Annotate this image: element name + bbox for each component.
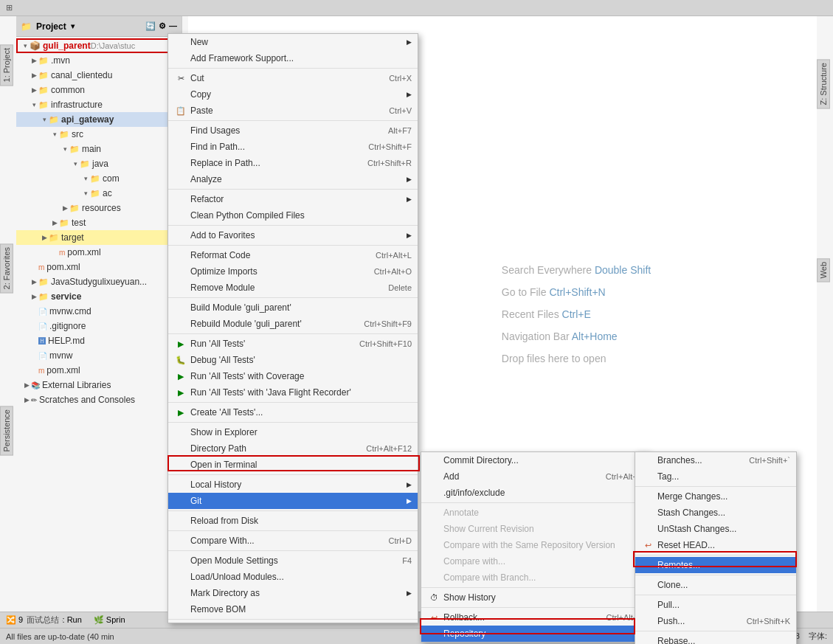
tree-scratches[interactable]: ▶ ✏ Scratches and Consoles <box>16 392 182 407</box>
tree-java[interactable]: ▾ 📁 java <box>16 156 182 171</box>
project-tab[interactable]: 1: Project <box>0 44 13 86</box>
tree-common[interactable]: ▶ 📁 common <box>16 83 182 97</box>
menu-mark-directory[interactable]: Mark Directory as ▶ <box>168 585 418 601</box>
ops-stash[interactable]: Stash Changes... <box>635 505 796 521</box>
ops-merge[interactable]: Merge Changes... <box>635 488 796 505</box>
git-show-history[interactable]: ⏱ Show History <box>421 589 649 606</box>
git-repository[interactable]: Repository ▶ <box>421 626 649 642</box>
ops-push[interactable]: Push... Ctrl+Shift+K <box>635 613 796 629</box>
menu-copy[interactable]: Copy ▶ <box>168 86 418 103</box>
git-info-exclude[interactable]: .git/info/exclude <box>421 485 649 501</box>
menu-git[interactable]: Git ▶ <box>168 493 418 509</box>
menu-add-framework[interactable]: Add Framework Support... <box>168 50 418 66</box>
menu-clean-python[interactable]: Clean Python Compiled Files <box>168 207 418 224</box>
menu-add-favorites[interactable]: Add to Favorites ▶ <box>168 227 418 243</box>
tree-gitignore[interactable]: 📄 .gitignore <box>16 319 182 333</box>
tree-main[interactable]: ▾ 📁 main <box>16 142 182 156</box>
tree-mvnw-cmd[interactable]: 📄 mvnw.cmd <box>16 304 182 319</box>
sep9 <box>168 422 418 423</box>
menu-replace-path[interactable]: Replace in Path... Ctrl+Shift+R <box>168 155 418 171</box>
ops-rebase[interactable]: Rebase... <box>635 633 796 644</box>
spring-tab[interactable]: 🌿 Sprin <box>94 615 125 625</box>
menu-local-history[interactable]: Local History ▶ <box>168 477 418 493</box>
menu-build-module[interactable]: Build Module 'guli_parent' <box>168 300 418 316</box>
tree-canal[interactable]: ▶ 📁 canal_clientedu <box>16 68 182 83</box>
tree-javastudy[interactable]: ▶ 📁 JavaStudygulixueyuan... <box>16 274 182 289</box>
menu-cut[interactable]: ✂ Cut Ctrl+X <box>168 70 418 86</box>
ops-pull[interactable]: Pull... <box>635 597 796 613</box>
sync-icon[interactable]: 🔄 <box>145 21 156 31</box>
menu-find-usages[interactable]: Find Usages Alt+F7 <box>168 122 418 139</box>
menu-create-tests[interactable]: ▶ Create 'All Tests'... <box>168 404 418 420</box>
tree-src[interactable]: ▾ 📁 src <box>16 127 182 142</box>
menu-run-coverage[interactable]: ▶ Run 'All Tests' with Coverage <box>168 368 418 384</box>
menu-open-terminal[interactable]: Open in Terminal <box>168 457 418 473</box>
persistence-tab[interactable]: Persistence <box>0 406 13 455</box>
favorites-tab[interactable]: 2: Favorites <box>0 243 13 293</box>
git-annotate[interactable]: Annotate <box>421 505 649 521</box>
tree-external-libs[interactable]: ▶ 📚 External Libraries <box>16 378 182 392</box>
menu-debug-tests[interactable]: 🐛 Debug 'All Tests' <box>168 352 418 368</box>
tree-api-gateway[interactable]: ▾ 📁 api_gateway <box>16 112 182 127</box>
menu-new[interactable]: New ▶ <box>168 34 418 50</box>
menu-run-tests[interactable]: ▶ Run 'All Tests' Ctrl+Shift+F10 <box>168 336 418 352</box>
project-dropdown[interactable]: ▾ <box>71 22 75 30</box>
tree-target[interactable]: ▶ 📁 target <box>16 230 182 245</box>
tree-pom3[interactable]: m pom.xml <box>16 363 182 378</box>
ops-tag[interactable]: Tag... <box>635 468 796 485</box>
menu-diagrams[interactable]: Diagrams ▶ <box>168 621 418 623</box>
ops-unstash[interactable]: UnStash Changes... <box>635 521 796 537</box>
mianshi-label[interactable]: 面试总结 <box>24 614 62 626</box>
tree-pom2[interactable]: m pom.xml <box>16 260 182 274</box>
git-compare-repo[interactable]: Compare with the Same Repository Version <box>421 537 649 553</box>
menu-analyze[interactable]: Analyze ▶ <box>168 171 418 187</box>
tree-ac[interactable]: ▾ 📁 ac <box>16 186 182 201</box>
tree-pom1[interactable]: m pom.xml <box>16 245 182 260</box>
menu-load-unload[interactable]: Load/Unload Modules... <box>168 569 418 585</box>
git-commit-dir[interactable]: Commit Directory... <box>421 452 649 468</box>
tree-help[interactable]: 🅷 HELP.md <box>16 333 182 348</box>
menu-reload-disk[interactable]: Reload from Disk <box>168 513 418 529</box>
menu-compare-with[interactable]: Compare With... Ctrl+D <box>168 533 418 549</box>
tree-com[interactable]: ▾ 📁 com <box>16 171 182 186</box>
config-icon[interactable]: ⚙ <box>159 21 166 31</box>
menu-rebuild-module[interactable]: Rebuild Module 'guli_parent' Ctrl+Shift+… <box>168 316 418 332</box>
menu-remove-module[interactable]: Remove Module Delete <box>168 280 418 296</box>
menu-open-module-settings[interactable]: Open Module Settings F4 <box>168 553 418 569</box>
flight-icon: ▶ <box>174 388 187 398</box>
menu-optimize-imports[interactable]: Optimize Imports Ctrl+Alt+O <box>168 263 418 280</box>
ops-branches[interactable]: Branches... Ctrl+Shift+` <box>635 452 796 468</box>
menu-paste[interactable]: 📋 Paste Ctrl+V <box>168 103 418 119</box>
right-sidebar-tabs: Z: Structure <box>817 59 833 108</box>
git-add[interactable]: Add Ctrl+Alt+A <box>421 468 649 485</box>
tree-infrastructure[interactable]: ▾ 📁 infrastructure <box>16 97 182 112</box>
left-sidebar-tabs2: 2: Favorites <box>0 243 16 293</box>
root-arrow: ▾ <box>21 42 30 49</box>
tree-root[interactable]: ▾ 📦 guli_parent D:\Java\stuc <box>16 38 182 53</box>
menu-find-path[interactable]: Find in Path... Ctrl+Shift+F <box>168 139 418 155</box>
menu-refactor[interactable]: Refactor ▶ <box>168 191 418 207</box>
git-compare-branch[interactable]: Compare with Branch... <box>421 569 649 586</box>
ops-clone[interactable]: Clone... <box>635 577 796 593</box>
tree-service[interactable]: ▶ 📁 service <box>16 289 182 304</box>
minimize-icon[interactable]: — <box>169 21 177 31</box>
web-tab[interactable]: Web <box>817 258 830 282</box>
sep12 <box>168 530 418 531</box>
ops-reset-head[interactable]: ↩ Reset HEAD... <box>635 537 796 553</box>
git-show-revision[interactable]: Show Current Revision <box>421 521 649 537</box>
sep4 <box>168 225 418 226</box>
tree-test[interactable]: ▶ 📁 test <box>16 215 182 230</box>
git-compare-with[interactable]: Compare with... <box>421 553 649 569</box>
git-submenu: Commit Directory... Add Ctrl+Alt+A .git/… <box>421 451 649 643</box>
menu-reformat[interactable]: Reformat Code Ctrl+Alt+L <box>168 247 418 263</box>
git-rollback[interactable]: ↩ Rollback... Ctrl+Alt+Z <box>421 609 649 626</box>
structure-tab[interactable]: Z: Structure <box>817 59 830 108</box>
tree-mvn[interactable]: ▶ 📁 .mvn <box>16 53 182 68</box>
tree-mvnw[interactable]: 📄 mvnw <box>16 348 182 363</box>
menu-show-explorer[interactable]: Show in Explorer <box>168 424 418 440</box>
ops-remotes[interactable]: Remotes... <box>635 557 796 573</box>
menu-remove-bom[interactable]: Remove BOM <box>168 601 418 617</box>
menu-run-flight[interactable]: ▶ Run 'All Tests' with 'Java Flight Reco… <box>168 384 418 401</box>
tree-resources[interactable]: ▶ 📁 resources <box>16 201 182 215</box>
menu-directory-path[interactable]: Directory Path Ctrl+Alt+F12 <box>168 440 418 457</box>
